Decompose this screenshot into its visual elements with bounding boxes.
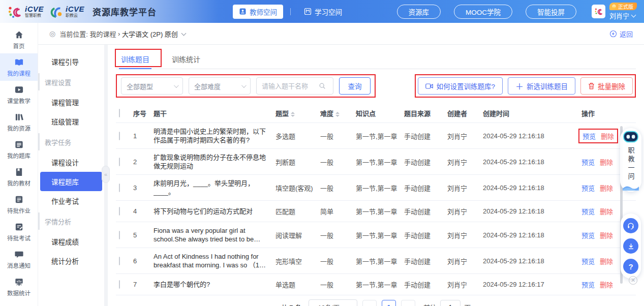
submenu-item-course-grades[interactable]: 课程成绩	[40, 232, 102, 251]
logo2-title: iCVE	[66, 5, 84, 13]
sidebar-item-notifications[interactable]: 消息通知	[0, 246, 38, 273]
delete-link[interactable]: 删除	[600, 157, 613, 167]
sidebar-item-classroom-teaching[interactable]: 课堂教学	[0, 81, 38, 108]
row-checkbox[interactable]	[119, 280, 120, 289]
difficulty-select[interactable]: 全部难度	[189, 77, 251, 95]
preview-link[interactable]: 预览	[581, 256, 595, 266]
submenu-item-course-design[interactable]: 课程设计	[40, 152, 102, 172]
goto-page-input[interactable]	[440, 300, 461, 306]
wave-icon	[623, 183, 639, 191]
col-type[interactable]: 题型	[275, 108, 320, 118]
sidebar-item-third-party-apps[interactable]: 第三方应用	[0, 300, 38, 306]
next-page-button[interactable]: ›	[401, 300, 415, 306]
submenu-item-statistical-analysis[interactable]: 统计分析	[40, 251, 102, 270]
batch-delete-button[interactable]: 批量删除	[580, 77, 633, 95]
submenu-item-course-question-bank[interactable]: 课程题库	[40, 172, 102, 191]
preview-link[interactable]: 预览	[582, 131, 596, 141]
sidebar-item-my-question-bank[interactable]: 我的题库	[0, 136, 38, 163]
select-all-checkbox[interactable]	[119, 109, 120, 117]
assistant-widget[interactable]: 职教一问	[620, 128, 641, 192]
sort-icon[interactable]	[335, 112, 340, 117]
tab-training-questions[interactable]: 训练题目	[121, 49, 149, 69]
breadcrumb-separator: ›	[118, 30, 120, 38]
ops-group: 预览 删除	[578, 229, 616, 241]
download-button[interactable]	[623, 238, 638, 254]
medal-icon	[611, 4, 617, 9]
sidebar-item-pending-exams[interactable]: 待批考试	[0, 218, 38, 246]
prev-page-button[interactable]: ‹	[362, 300, 377, 306]
sidebar-item-pending-homework[interactable]: 待批作业	[0, 191, 38, 218]
submenu-item-homework-exam[interactable]: 作业考试	[40, 191, 102, 210]
sidebar-item-data-statistics[interactable]: 数据统计	[0, 273, 38, 300]
cell-knowledge: 第一节,第一章	[356, 230, 404, 240]
sidebar-item-my-resources[interactable]: 我的资源	[0, 108, 38, 136]
course-dropdown-chevron-icon[interactable]	[181, 30, 186, 36]
submenu-item-class-management[interactable]: 班级管理	[40, 112, 102, 131]
cell-index: 4	[133, 207, 154, 215]
back-button[interactable]: 返回	[609, 29, 633, 39]
tab-training-statistics[interactable]: 训练统计	[172, 49, 200, 69]
preview-link[interactable]: 预览	[581, 280, 595, 289]
delete-link[interactable]: 删除	[600, 256, 613, 266]
mooc-academy-button[interactable]: MOOC学院	[454, 5, 512, 19]
delete-link[interactable]: 删除	[600, 280, 613, 289]
delete-link[interactable]: 删除	[600, 206, 613, 216]
plus-icon: ＋	[515, 80, 524, 92]
cell-source: 手动创建	[404, 230, 447, 240]
page-number-1[interactable]: 1	[382, 300, 396, 306]
help-button[interactable]: ?	[623, 259, 638, 274]
question-type-select[interactable]: 全部题型	[121, 77, 183, 95]
preview-link[interactable]: 预览	[581, 183, 595, 193]
cell-creator: 刘肖宁	[447, 256, 483, 266]
preview-link[interactable]: 预览	[581, 157, 595, 167]
row-checkbox[interactable]	[119, 183, 120, 192]
cell-stem: 将下列动物与它们的运动方式配对	[154, 207, 275, 216]
delete-link[interactable]: 删除	[600, 183, 613, 193]
cell-created: 2024-05-29 12:16:18	[483, 231, 569, 239]
col-difficulty[interactable]: 难度	[320, 108, 356, 118]
message-bubble-icon	[14, 250, 24, 259]
sidebar-item-home[interactable]: 首页	[0, 26, 38, 53]
search-icon[interactable]	[319, 82, 326, 89]
preview-link[interactable]: 预览	[581, 206, 595, 216]
sidebar-item-my-textbooks[interactable]: 我的教材	[0, 163, 38, 191]
submenu-section-teaching-tasks: 教学任务	[38, 133, 104, 150]
row-checkbox[interactable]	[119, 231, 120, 239]
submenu-item-course-guide[interactable]: 课程引导	[40, 52, 102, 71]
howto-setup-bank-button[interactable]: 如何设置训练题库?	[418, 77, 503, 95]
row-checkbox[interactable]	[119, 257, 120, 265]
annotation-box-actions: 如何设置训练题库? ＋ 新选训练题目 批量删除	[415, 74, 636, 98]
submenu-section-learning-analysis: 学情分析	[38, 212, 104, 230]
close-floating-icon[interactable]: ✕	[629, 276, 637, 285]
preview-link[interactable]: 预览	[581, 230, 595, 240]
stem-search-input[interactable]	[262, 82, 319, 90]
delete-link[interactable]: 删除	[601, 131, 614, 141]
row-checkbox[interactable]	[119, 132, 120, 140]
delete-link[interactable]: 删除	[600, 230, 613, 240]
learning-space-button[interactable]: 学习空间	[298, 5, 348, 19]
total-count: 共 7 条	[281, 302, 301, 306]
sort-icon[interactable]	[291, 112, 295, 117]
resource-library-button[interactable]: 资源库	[397, 5, 441, 19]
row-checkbox[interactable]	[119, 158, 120, 166]
teacher-space-button[interactable]: 教师空间	[233, 5, 283, 19]
headset-icon	[627, 222, 635, 230]
row-checkbox[interactable]	[119, 207, 120, 216]
ops-group: 预览 删除	[578, 255, 616, 267]
smart-casting-button[interactable]: 智能投屏	[526, 5, 576, 19]
avatar[interactable]	[592, 5, 605, 18]
top-header-bar: iCVE 智慧职教 iCVE 职教云 资源库教学平台 教师空间	[0, 0, 644, 23]
add-training-questions-button[interactable]: ＋ 新选训练题目	[508, 77, 575, 95]
cell-stem: 明清是中国小说史上的繁荣时期，以下作品属于明清时期四大名著的有?	[154, 127, 275, 144]
breadcrumb-root[interactable]: 我的课程	[89, 29, 116, 39]
submenu-collapse-button[interactable]: «	[102, 166, 110, 183]
cell-type: 阅读理解	[275, 230, 320, 240]
submenu-item-course-management[interactable]: 课程管理	[40, 93, 102, 112]
query-button[interactable]: 查询	[339, 77, 371, 95]
sidebar-item-my-courses[interactable]: 我的课程	[0, 53, 38, 81]
video-camera-icon	[425, 83, 433, 89]
page-size-select[interactable]: 10条/页	[309, 299, 357, 306]
chevron-down-icon	[631, 12, 636, 17]
user-menu[interactable]: 刘肖宁	[609, 11, 635, 20]
customer-service-button[interactable]	[623, 218, 638, 233]
